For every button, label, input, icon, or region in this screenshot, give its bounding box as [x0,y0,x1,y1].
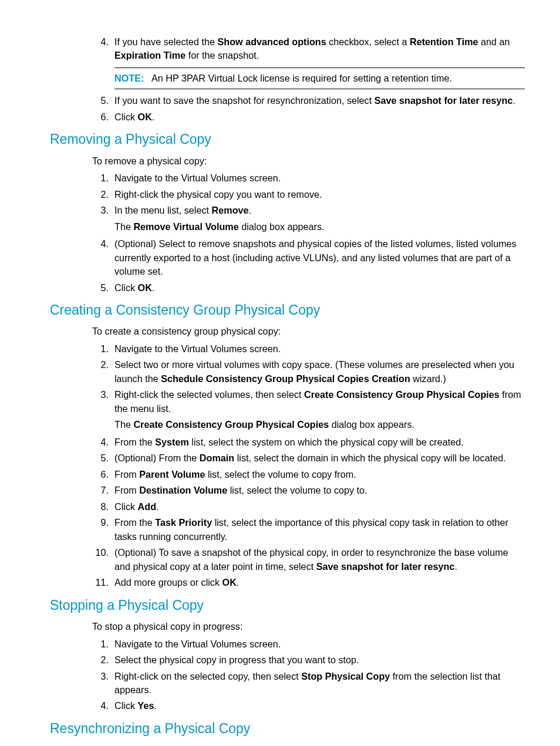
list-item: 4.From the System list, select the syste… [92,436,525,449]
text: Navigate to the Virtual Volumes screen. [114,343,281,354]
list-item: 6. Click OK. [92,110,525,124]
list-item: 9.From the Task Priority list, select th… [92,516,525,544]
list-number: 4. [92,699,109,713]
bold: Create Consistency Group Physical Copies [133,419,329,430]
bold: Expiration Time [114,50,185,60]
bold: System [155,437,189,447]
text: . [512,95,515,106]
list-number: 3. [92,204,109,217]
bold: Show advanced options [217,36,326,47]
list-number: 4. [92,436,109,449]
list-number: 9. [92,516,109,529]
list-number: 5. [92,451,109,465]
bold: Yes [138,700,154,711]
bold: Remove [212,205,249,215]
bold: Destination Volume [139,485,227,495]
list-number: 3. [92,670,109,683]
text: wizard.) [410,373,446,384]
text: From [114,469,139,480]
removing-list: 1.Navigate to the Virtual Volumes screen… [92,171,525,295]
sub-text: The Create Consistency Group Physical Co… [114,418,525,431]
bold: Domain [200,453,234,463]
list-number: 7. [92,484,109,497]
list-item: 6.From Parent Volume list, select the vo… [92,468,525,481]
list-number: 2. [92,653,109,667]
text: If you have selected the [114,36,217,47]
text: (Optional) Select to remove snapshots an… [114,238,517,276]
text: dialog box appears. [239,221,325,232]
sub-text: The Remove Virtual Volume dialog box app… [114,220,525,234]
list-item: 3.Right-click on the selected copy, then… [92,670,525,697]
text: for the snapshot. [185,50,259,60]
text: Right-click the selected volumes, then s… [114,389,304,400]
text: Right-click the physical copy you want t… [114,189,322,200]
text: checkbox, select a [326,36,410,47]
text: Right-click on the selected copy, then s… [114,671,301,681]
bold: OK [222,577,237,588]
list-number: 8. [92,500,109,514]
list-item: 5.(Optional) From the Domain list, selec… [92,451,525,465]
list-item: 11.Add more groups or click OK. [92,576,525,589]
stopping-list: 1.Navigate to the Virtual Volumes screen… [92,637,525,713]
list-number: 6. [92,468,109,481]
heading-stopping: Stopping a Physical Copy [50,596,525,615]
text: Add more groups or click [114,577,222,588]
list-item: 2.Select the physical copy in progress t… [92,653,525,667]
list-item: 1.Navigate to the Virtual Volumes screen… [92,342,525,356]
text: Click [114,501,138,512]
bold: Create Consistency Group Physical Copies [304,389,500,400]
text: From the [114,517,155,528]
text: Select the physical copy in progress tha… [114,654,359,665]
text: The [114,419,133,430]
text: In the menu list, select [114,205,212,215]
text: . [156,501,159,512]
list-item: 10.(Optional) To save a snapshot of the … [92,546,525,573]
heading-creating: Creating a Consistency Group Physical Co… [50,301,525,320]
list-item: 2.Select two or more virtual volumes wit… [92,358,525,386]
bold: Task Priority [155,517,212,528]
text: From the [114,437,155,447]
creating-list: 1.Navigate to the Virtual Volumes screen… [92,342,525,590]
note-text: An HP 3PAR Virtual Lock license is requi… [151,73,452,83]
text: list, select the domain in which the phy… [234,453,505,463]
text: . [152,112,155,122]
bold: OK [138,112,152,122]
text: . [454,561,457,572]
text: Navigate to the Virtual Volumes screen. [114,639,281,649]
list-number: 4. [92,237,109,251]
list-number: 1. [92,171,109,185]
text: . [237,577,239,588]
bold: Add [138,501,156,512]
text: . [154,700,157,711]
text: Click [114,700,138,711]
list-number: 1. [92,637,109,651]
list-item: 5.Click OK. [92,281,525,295]
list-number: 3. [92,388,109,401]
list-item: 4. If you have selected the Show advance… [92,35,525,89]
continuing-list: 4. If you have selected the Show advance… [92,35,525,124]
list-item: 1.Navigate to the Virtual Volumes screen… [92,637,525,651]
text: The [114,221,133,232]
list-number: 10. [92,546,109,559]
list-number: 5. [92,281,109,295]
bold: OK [138,282,152,293]
text: list, select the system on which the phy… [189,437,464,447]
heading-resync: Resynchronizing a Physical Copy [50,719,525,738]
bold: Stop Physical Copy [301,671,390,681]
text: list, select the volume to copy from. [205,469,356,480]
list-item: 1.Navigate to the Virtual Volumes screen… [92,171,525,185]
text: list, select the volume to copy to. [227,485,367,495]
list-item: 2.Right-click the physical copy you want… [92,188,525,201]
list-item: 8.Click Add. [92,500,525,514]
list-item: 3.Right-click the selected volumes, then… [92,388,525,431]
list-number: 11. [92,576,109,589]
bold: Remove Virtual Volume [133,221,238,232]
list-number: 2. [92,188,109,201]
bold: Save snapshot for later resync [375,95,513,106]
heading-removing: Removing a Physical Copy [50,130,525,149]
text: dialog box appears. [329,419,414,430]
text: Navigate to the Virtual Volumes screen. [114,173,281,183]
note-box: NOTE: An HP 3PAR Virtual Lock license is… [114,67,525,89]
text: . [152,282,155,293]
text: Click [114,112,138,122]
